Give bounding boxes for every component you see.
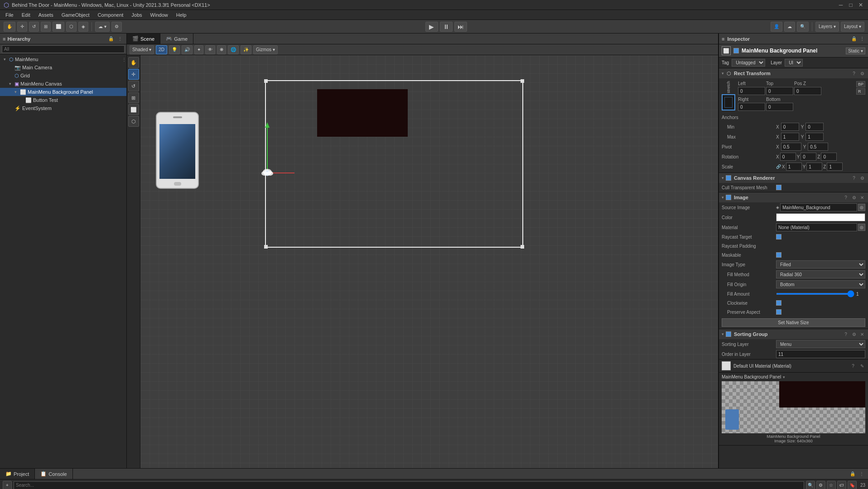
pivot-x-input[interactable]	[781, 143, 801, 151]
scene-viewport[interactable]	[140, 55, 718, 468]
anchor-min-y-input[interactable]	[805, 123, 824, 131]
type-filter-btn[interactable]: 🏷	[837, 481, 846, 489]
maskable-checkbox[interactable]	[776, 252, 781, 258]
image-header[interactable]: ▾ Image ? ⚙ ✕	[719, 192, 868, 202]
bottom-lock-icon[interactable]: 🔒	[849, 470, 856, 478]
tab-game[interactable]: 🎮 Game	[160, 34, 193, 44]
canvas-renderer-help-icon[interactable]: ?	[851, 175, 857, 181]
transform-tool-hand[interactable]: ✋	[4, 22, 15, 32]
layout-dropdown[interactable]: Layout ▾	[841, 22, 864, 32]
menu-help[interactable]: Help	[173, 11, 190, 19]
services-btn[interactable]: ⚙	[111, 22, 122, 32]
sorting-group-header[interactable]: ▾ Sorting Group ? ⚙ ✕	[719, 329, 868, 339]
inspector-object-icon[interactable]: ⬜	[722, 46, 731, 55]
sorting-group-enable[interactable]	[726, 331, 731, 337]
fill-origin-select[interactable]: Bottom Top Left Right	[776, 280, 865, 288]
play-button[interactable]: ▶	[425, 22, 438, 32]
scene-tool-move[interactable]: ✛	[128, 69, 139, 80]
raycast-target-checkbox[interactable]	[776, 234, 781, 240]
sorting-layer-select[interactable]: Menu Default	[776, 340, 865, 348]
rotation-x-input[interactable]	[780, 153, 796, 161]
rect-transform-help-icon[interactable]: ?	[851, 70, 857, 77]
rect-transform-header[interactable]: ▾ ⬡ Rect Transform ? ⚙	[719, 68, 868, 78]
rotation-y-input[interactable]	[800, 153, 816, 161]
minimize-button[interactable]: ─	[837, 1, 844, 9]
close-button[interactable]: ✕	[857, 1, 864, 9]
search-btn[interactable]: 🔍	[797, 22, 809, 32]
layer-dropdown[interactable]: UI	[785, 59, 803, 67]
tab-console[interactable]: 📋 Console	[35, 469, 72, 479]
transform-tool-all[interactable]: ⬡	[66, 22, 77, 32]
rect-posz-input[interactable]	[794, 87, 821, 95]
hierarchy-more-icon[interactable]: ⋮	[116, 35, 124, 43]
hierarchy-item-maincamera[interactable]: 📷 Main Camera	[0, 63, 126, 72]
anchor-max-x-input[interactable]	[781, 133, 799, 141]
fill-amount-range[interactable]	[776, 293, 854, 295]
particles-toggle[interactable]: ❋	[217, 45, 226, 54]
handle-bl[interactable]	[264, 245, 268, 249]
scene-tool-scale[interactable]: ⊞	[128, 92, 139, 103]
sorting-group-close-icon[interactable]: ✕	[859, 331, 865, 337]
default-material-edit-icon[interactable]: ✎	[859, 363, 865, 369]
canvas-renderer-header[interactable]: ▾ Canvas Renderer ? ⚙	[719, 173, 868, 183]
image-help-icon[interactable]: ?	[843, 194, 849, 201]
anchor-min-x-input[interactable]	[781, 123, 799, 131]
hierarchy-item-grid[interactable]: ⬡ Grid	[0, 72, 126, 80]
inspector-more-icon[interactable]: ⋮	[859, 36, 865, 42]
hierarchy-item-canvas[interactable]: ▾ ▣ MainMenu Canvas	[0, 80, 126, 88]
skybox-toggle[interactable]: 🌐	[228, 45, 239, 54]
add-asset-button[interactable]: +	[3, 481, 12, 489]
rect-r-btn[interactable]: R	[856, 88, 865, 95]
label-filter-btn[interactable]: 🔖	[848, 481, 857, 489]
lighting-toggle[interactable]: 💡	[169, 45, 180, 54]
transform-tool-rect[interactable]: ⬜	[53, 22, 64, 32]
tab-project[interactable]: 📁 Project	[0, 469, 35, 479]
rotation-z-input[interactable]	[821, 153, 837, 161]
default-material-help-icon[interactable]: ?	[850, 363, 856, 369]
effects-toggle[interactable]: ✦	[194, 45, 203, 54]
color-picker[interactable]	[776, 213, 865, 221]
scene-tool-rotate[interactable]: ↺	[128, 81, 139, 91]
2d-toggle[interactable]: 2D	[156, 45, 167, 54]
rect-transform-settings-icon[interactable]: ⚙	[859, 70, 865, 77]
hierarchy-lock-icon[interactable]: 🔒	[107, 35, 115, 43]
material-input[interactable]	[776, 223, 857, 231]
gizmos-btn[interactable]: Gizmos ▾	[253, 45, 278, 54]
hierarchy-item-background-panel[interactable]: ▾ ⬜ MainMenu Background Panel	[0, 88, 126, 96]
rect-left-input[interactable]	[738, 87, 765, 95]
scene-tool-hand[interactable]: ✋	[128, 57, 139, 68]
tab-scene[interactable]: 🎬 Scene	[127, 34, 160, 44]
set-native-size-button[interactable]: Set Native Size	[722, 318, 865, 327]
menu-window[interactable]: Window	[147, 11, 172, 19]
menu-edit[interactable]: Edit	[18, 11, 34, 19]
filter-btn[interactable]: ⚙	[816, 481, 825, 489]
handle-tr[interactable]	[521, 79, 524, 83]
cull-transparent-checkbox[interactable]	[776, 185, 781, 190]
audio-toggle[interactable]: 🔊	[182, 45, 193, 54]
scale-z-input[interactable]	[827, 163, 843, 171]
pivot-y-input[interactable]	[808, 143, 828, 151]
menu-assets[interactable]: Assets	[35, 11, 57, 19]
fx-toggle[interactable]: ✨	[241, 45, 251, 54]
transform-tool-scale[interactable]: ⊞	[41, 22, 51, 32]
scene-tool-all[interactable]: ⬡	[128, 116, 139, 127]
bottom-more-icon[interactable]: ⋮	[858, 470, 865, 478]
clockwise-checkbox[interactable]	[776, 300, 781, 306]
account-btn[interactable]: 👤	[771, 22, 782, 32]
shading-dropdown[interactable]: Shaded ▾	[130, 45, 154, 54]
bottom-search-input[interactable]	[14, 481, 804, 489]
transform-tool-rotate[interactable]: ↺	[29, 22, 39, 32]
inspector-enable-checkbox[interactable]	[733, 48, 739, 53]
menu-file[interactable]: File	[2, 11, 17, 19]
pause-button[interactable]: ⏸	[440, 22, 453, 32]
canvas-renderer-settings-icon[interactable]: ⚙	[859, 175, 865, 181]
hierarchy-item-eventsystem[interactable]: ⚡ EventSystem	[0, 104, 126, 112]
hidden-obj-toggle[interactable]: 👁	[205, 45, 215, 54]
cloud-btn[interactable]: ☁	[784, 22, 795, 32]
collab-btn[interactable]: ☁ ▾	[95, 22, 110, 32]
sorting-group-settings-icon[interactable]: ⚙	[851, 331, 857, 337]
menu-jobs[interactable]: Jobs	[128, 11, 145, 19]
image-settings-icon[interactable]: ⚙	[851, 194, 857, 201]
source-image-input[interactable]	[780, 203, 857, 211]
menu-component[interactable]: Component	[94, 11, 127, 19]
